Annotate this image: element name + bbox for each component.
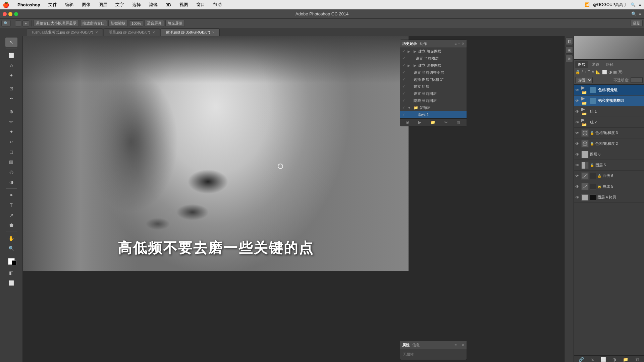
layer-white-icon[interactable]: ⬜ [602, 70, 607, 74]
layer-eye-4[interactable]: 👁 [575, 131, 580, 135]
background-color[interactable] [12, 260, 16, 265]
tool-eraser[interactable]: ◻ [5, 147, 17, 157]
toolbar-zoom-all[interactable]: 缩放所有窗口 [80, 20, 107, 27]
tool-history-brush[interactable]: ↩ [5, 137, 17, 146]
history-play[interactable]: ▶ [418, 120, 421, 125]
tool-shape[interactable]: ⬟ [5, 221, 17, 230]
layer-item-4[interactable]: 👁 🔒 色相/饱和度 3 [574, 128, 644, 138]
history-item-4[interactable]: ✓ 选择 图层 "反相 1" [400, 76, 467, 83]
history-folder[interactable]: 📁 [430, 120, 435, 125]
tab-paths[interactable]: 路径 [603, 61, 616, 68]
layer-item-0[interactable]: 👁 ▶📁 色相/视觉组 [574, 85, 644, 96]
layers-mask-btn[interactable]: ⬜ [601, 357, 606, 362]
layer-eye-5[interactable]: 👁 [575, 141, 580, 146]
layer-plus-icon[interactable]: + [584, 70, 586, 74]
search-bar-icon[interactable]: 🔍 [631, 11, 637, 16]
menu-filter[interactable]: 滤镜 [148, 2, 159, 8]
tool-lasso[interactable]: ⌾ [5, 61, 17, 70]
layer-eye-2[interactable]: 👁 [575, 109, 580, 114]
menu-help[interactable]: 帮助 [212, 2, 223, 8]
layer-eye-8[interactable]: 👁 [575, 174, 580, 178]
blend-mode-dropdown[interactable]: 穿透 [575, 77, 593, 83]
layer-item-2[interactable]: 👁 ▶📁 组 1 [574, 106, 644, 117]
tool-hand[interactable]: ✋ [5, 234, 17, 243]
layer-refine-icon[interactable]: 充: [618, 69, 623, 75]
layer-item-8[interactable]: 👁 🔒 曲线 6 [574, 171, 644, 181]
layer-eye-7[interactable]: 👁 [575, 163, 580, 168]
tab-geyang[interactable]: 葛洋.psd @ 358%(RGB/8*) ✕ [161, 28, 220, 36]
layer-item-3[interactable]: 👁 ▶📁 组 2 [574, 117, 644, 128]
toolbar-zoom-in[interactable]: + [22, 20, 29, 26]
tool-text[interactable]: T [5, 200, 17, 210]
info-tab[interactable]: 信息 [412, 343, 420, 348]
tool-pen[interactable]: ✒ [5, 190, 17, 200]
far-right-btn-2[interactable]: ⊠ [566, 55, 573, 62]
close-button[interactable] [3, 12, 7, 16]
tab-mingxing[interactable]: 明星.jpg @ 25%(RGB/8*) ✕ [104, 28, 160, 36]
menu-file[interactable]: 文件 [47, 2, 58, 8]
tool-zoom[interactable]: 🔍 [5, 244, 17, 253]
layer-half-icon[interactable]: ◑ [608, 70, 612, 74]
tool-marquee[interactable]: ⬜ [5, 51, 17, 60]
actions-tab[interactable]: 动作 [420, 41, 427, 46]
layer-eye-0[interactable]: 👁 [575, 88, 580, 93]
history-tab[interactable]: 历史记录 [402, 41, 417, 46]
tab-geyang-close[interactable]: ✕ [212, 31, 215, 34]
tab-mingxing-close[interactable]: ✕ [152, 31, 155, 34]
menu-view[interactable]: 视图 [178, 2, 190, 8]
tool-dodge[interactable]: ◑ [5, 177, 17, 187]
panel-close-icon[interactable]: ✕ [462, 42, 465, 46]
tool-stamp[interactable]: ✦ [5, 127, 17, 136]
history-new-snapshot[interactable]: ◉ [406, 120, 409, 125]
panel-menu-icon[interactable]: ≡ [454, 42, 457, 46]
far-right-btn-0[interactable]: ◧ [566, 38, 573, 45]
opacity-input[interactable] [631, 77, 643, 83]
far-right-btn-1[interactable]: ▣ [566, 46, 573, 54]
tab-liushuai[interactable]: liushuai练业考试.jpg @ 25%(RGB/8*) ✕ [27, 28, 103, 36]
layers-link-btn[interactable]: 🔗 [579, 357, 584, 362]
layer-eye-6[interactable]: 👁 [575, 152, 580, 157]
layer-slash-icon[interactable]: / [582, 70, 583, 74]
toolbar-zoom-out[interactable]: - [15, 20, 21, 26]
tool-move[interactable]: ↖ [5, 38, 17, 47]
toolbar-fill-screen[interactable]: 填充屏幕 [165, 20, 185, 27]
canvas-area[interactable]: 高低频不要去磨一些关键的点 历史记录 动作 ≡ − ✕ ✓ ▶ ▶ 建立 填充图… [23, 36, 564, 362]
layers-group-btn[interactable]: 📁 [623, 357, 628, 362]
layer-item-9[interactable]: 👁 🔒 曲线 5 [574, 181, 644, 192]
layer-shape-icon[interactable]: 📐 [596, 70, 601, 74]
props-close-icon[interactable]: ✕ [462, 343, 465, 347]
menu-3d[interactable]: 3D [164, 2, 173, 7]
history-scissors[interactable]: ✂ [444, 120, 448, 125]
history-item-1[interactable]: ✓ 设置 当前图层 [400, 55, 467, 62]
menu-text[interactable]: 文字 [114, 2, 125, 8]
control-center-icon[interactable]: ≡ [639, 2, 641, 7]
tool-crop[interactable]: ⊡ [5, 84, 17, 93]
history-item-2[interactable]: ✓ ▶ ▶ 建立 调整图层 [400, 62, 467, 69]
layer-item-5[interactable]: 👁 🔒 色相/饱和度 2 [574, 138, 644, 149]
tab-layers[interactable]: 图层 [575, 61, 588, 68]
tool-brush[interactable]: ✏ [5, 117, 17, 126]
apple-logo-icon[interactable]: 🍎 [3, 2, 9, 8]
layer-eye-1[interactable]: 👁 [575, 99, 580, 103]
toolbar-fit-screen[interactable]: 适合屏幕 [145, 20, 164, 27]
tool-healing[interactable]: ⊕ [5, 107, 17, 116]
maximize-button[interactable] [14, 12, 18, 16]
layer-item-6[interactable]: 👁 图层 6 [574, 149, 644, 160]
layer-item-1[interactable]: 👁 ▶📁 饱和度视觉整组 [574, 96, 644, 106]
app-name[interactable]: Photoshop [16, 2, 42, 7]
layer-eye-9[interactable]: 👁 [575, 184, 580, 189]
layer-item-10[interactable]: 👁 图层 4 拷贝 [574, 192, 644, 203]
menu-image[interactable]: 图像 [80, 2, 92, 8]
layer-lock-icon[interactable]: 🔒 [575, 70, 580, 74]
layer-eye-10[interactable]: 👁 [575, 195, 580, 200]
toolbar-photography[interactable]: 摄影 [631, 20, 643, 27]
tab-channels[interactable]: 通道 [589, 61, 602, 68]
layout-icon[interactable]: ≡ [639, 11, 641, 16]
history-item-5[interactable]: ✓ 建立 组层 [400, 83, 467, 90]
toolbar-adjust-window[interactable]: 调整窗口大小以满屏显示 [34, 20, 79, 27]
history-item-3[interactable]: ✓ 设置 当前调整图层 [400, 69, 467, 76]
tool-path-select[interactable]: ↗ [5, 210, 17, 220]
history-item-6[interactable]: ✓ 设置 当前图层 [400, 90, 467, 97]
layers-fx-btn[interactable]: fx [591, 357, 594, 362]
foreground-color[interactable] [8, 258, 15, 265]
